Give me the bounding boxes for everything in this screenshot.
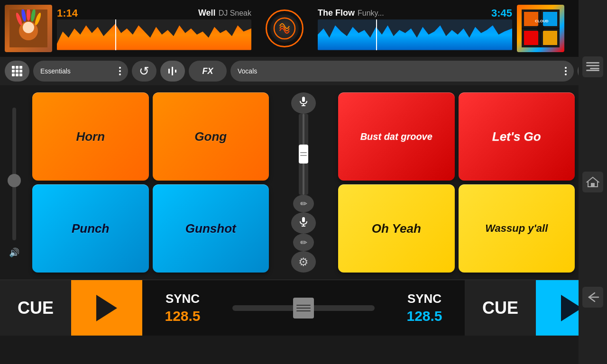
cue-label-left: CUE	[18, 298, 54, 318]
nav-icon-1	[586, 62, 599, 72]
deck-right-artist: Funky...	[358, 9, 384, 18]
waveform-blue	[318, 19, 512, 50]
svg-rect-31	[586, 65, 599, 66]
pencil-icon-top: ✏	[300, 199, 307, 209]
pad-grid-right: Bust dat groove Let's Go Oh Yeah Wassup …	[334, 85, 579, 280]
cue-button-left[interactable]: CUE	[0, 280, 71, 336]
logo-inner	[270, 14, 299, 43]
sync-area-right: SYNC 128.5	[384, 280, 465, 336]
sync-label-left: SYNC	[166, 291, 200, 306]
grid-icon-left	[12, 66, 22, 76]
album-art-left	[5, 5, 52, 52]
vocals-button[interactable]: Vocals	[230, 61, 574, 82]
essentials-menu-icon	[119, 67, 121, 75]
crossfader-thumb[interactable]	[293, 298, 314, 318]
pitch-fader[interactable]	[299, 114, 308, 195]
svg-point-2	[23, 22, 34, 33]
pad-horn[interactable]: Horn	[32, 92, 149, 181]
vocals-label: Vocals	[238, 67, 257, 75]
track-title-right: The Flow Funky... 3:45	[318, 7, 512, 19]
deck-right-time: 3:45	[491, 7, 512, 19]
track-title-left: 1:14 Well DJ Sneak	[57, 7, 251, 19]
nav-button-2[interactable]	[582, 172, 603, 192]
svg-rect-33	[586, 70, 599, 71]
album-art-right: CLOUD	[517, 5, 564, 52]
pad-oh-yeah[interactable]: Oh Yeah	[338, 184, 455, 273]
deck-left-artist: DJ Sneak	[219, 9, 251, 18]
mic-icon-bottom	[298, 216, 309, 230]
svg-rect-32	[590, 68, 599, 69]
center-logo[interactable]	[256, 0, 313, 57]
cue-label-right: CUE	[482, 298, 518, 318]
bottom-bar: CUE SYNC 128.5 SYNC 128.5 CUE	[0, 280, 607, 336]
svg-rect-18	[168, 69, 170, 73]
left-volume-track[interactable]	[12, 108, 16, 240]
waveform-left	[57, 19, 251, 50]
waveform-container-right: The Flow Funky... 3:45	[318, 3, 512, 54]
play-icon-left	[96, 295, 117, 321]
svg-point-16	[537, 25, 544, 32]
pad-lets-go[interactable]: Let's Go	[459, 92, 575, 181]
nav-button-1[interactable]	[582, 56, 603, 77]
sync-bpm-left: 128.5	[165, 308, 200, 324]
pad-gunshot[interactable]: Gunshot	[153, 184, 269, 273]
pencil-icon-bottom: ✏	[300, 237, 307, 248]
cue-button-right[interactable]: CUE	[465, 280, 536, 336]
svg-text:CLOUD: CLOUD	[535, 19, 549, 23]
logo-circle	[266, 9, 304, 47]
main-content: 🔊 Horn Gong Punch Gunshot	[0, 85, 607, 280]
fx-button[interactable]: FX	[189, 61, 227, 82]
sync-bpm-right: 128.5	[406, 308, 442, 324]
edit-button-bottom[interactable]: ✏	[293, 234, 314, 252]
side-nav	[579, 0, 607, 364]
eq-icon	[166, 65, 179, 77]
eq-button[interactable]	[160, 61, 185, 82]
gear-button[interactable]: ⚙	[291, 251, 316, 273]
crossfader-area	[223, 280, 384, 336]
gear-icon: ⚙	[298, 255, 309, 269]
crossfader-track[interactable]	[232, 305, 375, 311]
svg-rect-24	[302, 97, 305, 102]
vocals-menu-icon	[565, 67, 567, 75]
reload-button[interactable]: ↺	[132, 61, 156, 82]
pad-grid-left: Horn Gong Punch Gunshot	[28, 85, 273, 280]
pad-punch[interactable]: Punch	[32, 184, 149, 273]
svg-rect-12	[524, 31, 538, 45]
center-controls: ✏ ✏ ⚙	[273, 85, 334, 280]
mic-button-bottom[interactable]	[291, 212, 316, 234]
pitch-handle-line-2	[300, 155, 307, 156]
left-volume-thumb[interactable]	[8, 174, 21, 187]
crossfader-line-2	[296, 308, 311, 309]
mic-button-top[interactable]	[291, 92, 316, 114]
svg-rect-30	[586, 62, 599, 64]
crossfader-line-3	[296, 310, 311, 311]
toolbar: Essentials ↺ FX Vocals	[0, 57, 607, 85]
left-speaker-icon: 🔊	[9, 247, 19, 258]
edit-button-top[interactable]: ✏	[293, 195, 314, 213]
essentials-button[interactable]: Essentials	[33, 61, 128, 82]
deck-left-info: 1:14 Well DJ Sneak	[0, 0, 256, 57]
deck-left-track-name: Well	[198, 8, 216, 18]
deck-right-info: CLOUD The Flow Funky... 3:45	[313, 0, 569, 57]
waveform-right	[318, 19, 512, 50]
waveform-container-left: 1:14 Well DJ Sneak	[57, 3, 251, 54]
play-button-left[interactable]	[71, 280, 142, 336]
left-slider-area: 🔊	[0, 85, 28, 280]
grid-button-left[interactable]	[5, 61, 29, 82]
top-bar: 1:14 Well DJ Sneak	[0, 0, 607, 57]
essentials-label: Essentials	[40, 67, 71, 75]
nav-icon-home	[586, 176, 599, 188]
deck-right-track-name: The Flow	[318, 8, 355, 18]
deck-left-time: 1:14	[57, 7, 78, 19]
crossfader-line-1	[296, 305, 311, 306]
pitch-fader-handle[interactable]	[299, 145, 308, 164]
pad-gong[interactable]: Gong	[153, 92, 269, 181]
pitch-handle-line-1	[300, 152, 307, 153]
svg-rect-13	[543, 31, 557, 45]
nav-button-back[interactable]	[582, 287, 603, 308]
sync-label-right: SYNC	[407, 291, 441, 306]
mic-icon-top	[298, 96, 309, 110]
pad-bust-dat-groove[interactable]: Bust dat groove	[338, 92, 455, 181]
pad-wassup-yall[interactable]: Wassup y'all	[459, 184, 575, 273]
nav-icon-back	[586, 292, 599, 302]
